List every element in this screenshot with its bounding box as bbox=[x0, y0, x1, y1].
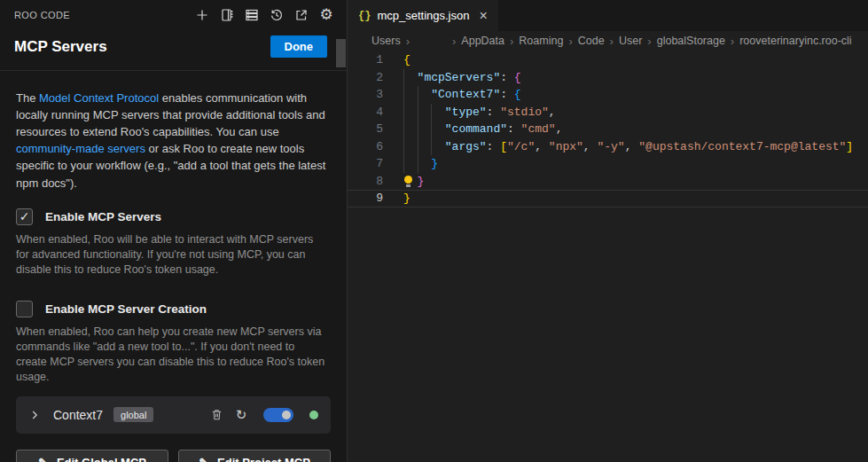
edit-global-mcp-button[interactable]: ✎Edit Global MCP bbox=[16, 450, 168, 462]
breadcrumb-item[interactable]: User bbox=[619, 35, 642, 47]
line-number: 5 bbox=[348, 121, 383, 138]
server-stack-icon[interactable] bbox=[244, 7, 260, 23]
code-token: "command" bbox=[445, 122, 507, 136]
indent-guide bbox=[403, 104, 418, 121]
indent-guide bbox=[418, 155, 432, 173]
breadcrumb-item[interactable]: globalStorage bbox=[657, 35, 725, 47]
line-number: 7 bbox=[348, 155, 383, 173]
code-line[interactable]: 5"command": "cmd", bbox=[348, 121, 868, 138]
tab-mcp-settings[interactable]: {} mcp_settings.json × bbox=[348, 0, 498, 31]
indent-guide bbox=[403, 155, 418, 173]
header-divider bbox=[0, 70, 347, 71]
code-line[interactable]: 7} bbox=[348, 155, 868, 173]
indent-guide bbox=[403, 69, 418, 87]
lightbulb-icon[interactable] bbox=[403, 173, 418, 191]
code-token: , bbox=[583, 140, 598, 153]
edit-global-mcp-label: Edit Global MCP bbox=[57, 456, 146, 462]
code-token: : bbox=[487, 106, 501, 119]
code-token: "-y" bbox=[597, 140, 624, 153]
breadcrumb-item[interactable]: Users bbox=[371, 35, 401, 47]
code-token: "mcpServers" bbox=[418, 71, 501, 84]
indent-guide bbox=[403, 121, 418, 138]
breadcrumb-item[interactable]: Code bbox=[578, 35, 605, 47]
code-token: { bbox=[514, 88, 521, 101]
intro-text: The bbox=[16, 91, 39, 105]
indent-guide bbox=[431, 138, 445, 156]
breadcrumb: Users››AppData›Roaming›Code›User›globalS… bbox=[348, 31, 868, 51]
gear-icon[interactable]: ⚙ bbox=[318, 7, 334, 23]
code-token: , bbox=[549, 106, 556, 119]
sidebar-scrollbar-thumb[interactable] bbox=[336, 39, 346, 67]
code-token: , bbox=[625, 140, 639, 153]
code-line[interactable]: 3"Context7": { bbox=[348, 86, 868, 104]
done-button[interactable]: Done bbox=[270, 35, 328, 58]
page-title-row: MCP Servers Done bbox=[14, 35, 327, 58]
delete-server-icon[interactable] bbox=[208, 407, 224, 423]
edit-buttons-row: ✎Edit Global MCP ✎Edit Project MCP bbox=[16, 450, 331, 462]
code-token: , bbox=[556, 122, 563, 136]
edit-project-mcp-button[interactable]: ✎Edit Project MCP bbox=[178, 450, 331, 462]
model-context-protocol-link[interactable]: Model Context Protocol bbox=[39, 91, 159, 105]
close-icon[interactable]: × bbox=[479, 9, 487, 23]
indent-guide bbox=[431, 121, 445, 138]
line-number: 1 bbox=[348, 51, 383, 69]
enable-mcp-creation-checkbox[interactable]: ✓ bbox=[16, 301, 33, 317]
open-in-new-icon[interactable] bbox=[293, 7, 309, 23]
code-token: "args" bbox=[445, 140, 487, 153]
breadcrumb-separator-icon: › bbox=[406, 35, 410, 48]
breadcrumb-separator-icon: › bbox=[452, 35, 456, 48]
code-token: "npx" bbox=[549, 140, 583, 153]
code-token: } bbox=[418, 175, 425, 188]
code-line[interactable]: 4"type": "stdio", bbox=[348, 104, 868, 121]
code-area[interactable]: 1{2"mcpServers": {3"Context7": {4"type":… bbox=[348, 51, 868, 462]
checkmark-icon: ✓ bbox=[20, 210, 30, 223]
code-line[interactable]: 9} bbox=[348, 190, 868, 208]
history-icon[interactable] bbox=[269, 7, 285, 23]
notebook-icon[interactable] bbox=[219, 7, 235, 23]
breadcrumb-item[interactable]: rooveterinaryinc.roo-cli bbox=[739, 35, 851, 47]
app-window: ROO CODE ⚙ MCP S bbox=[0, 0, 868, 462]
restart-server-icon[interactable]: ↻ bbox=[233, 407, 249, 423]
community-made-servers-link[interactable]: community-made servers bbox=[16, 142, 145, 155]
json-file-icon: {} bbox=[358, 10, 371, 22]
panel-body: The Model Context Protocol enables commu… bbox=[0, 90, 347, 462]
line-number: 3 bbox=[348, 86, 383, 104]
panel-title: ROO CODE bbox=[14, 10, 70, 20]
plus-icon[interactable] bbox=[194, 7, 210, 23]
line-number: 2 bbox=[348, 69, 383, 87]
code-line[interactable]: 1{ bbox=[348, 51, 868, 69]
indent-guide bbox=[418, 86, 432, 104]
server-status-dot bbox=[309, 411, 318, 419]
enable-mcp-servers-description: When enabled, Roo will be able to intera… bbox=[16, 232, 328, 278]
indent-guide bbox=[418, 138, 432, 156]
line-number: 4 bbox=[348, 104, 383, 121]
indent-guide bbox=[418, 104, 432, 121]
mcp-server-row[interactable]: Context7 global ↻ bbox=[16, 396, 331, 434]
indent-guide bbox=[403, 86, 418, 104]
chevron-right-icon[interactable] bbox=[28, 409, 41, 421]
breadcrumb-separator-icon: › bbox=[568, 35, 572, 48]
line-number: 9 bbox=[348, 190, 383, 208]
enable-mcp-creation-description: When enabled, Roo can help you create ne… bbox=[16, 325, 328, 385]
breadcrumb-item[interactable]: Roaming bbox=[519, 35, 563, 47]
code-token: "cmd" bbox=[521, 122, 556, 136]
code-line[interactable]: 6"args": ["/c", "npx", "-y", "@upstash/c… bbox=[348, 138, 868, 156]
pencil-icon: ✎ bbox=[199, 456, 208, 462]
code-token: } bbox=[403, 192, 411, 205]
breadcrumb-item[interactable]: AppData bbox=[461, 35, 504, 47]
server-enabled-toggle[interactable] bbox=[263, 408, 293, 422]
scope-badge: global bbox=[113, 407, 153, 422]
code-token: { bbox=[403, 53, 411, 67]
indent-guide bbox=[403, 138, 418, 156]
edit-project-mcp-label: Edit Project MCP bbox=[217, 456, 310, 462]
code-token: "@upstash/context7-mcp@latest" bbox=[638, 140, 846, 153]
code-line[interactable]: 8} bbox=[348, 173, 868, 191]
server-name: Context7 bbox=[53, 408, 103, 422]
enable-mcp-servers-checkbox[interactable]: ✓ bbox=[16, 208, 33, 225]
panel-header: ROO CODE ⚙ bbox=[0, 0, 347, 23]
code-line[interactable]: 2"mcpServers": { bbox=[348, 69, 868, 87]
code-token: , bbox=[535, 140, 549, 153]
breadcrumb-separator-icon: › bbox=[647, 35, 651, 48]
editor-tab-bar: {} mcp_settings.json × bbox=[348, 0, 868, 31]
line-number: 8 bbox=[348, 173, 383, 191]
